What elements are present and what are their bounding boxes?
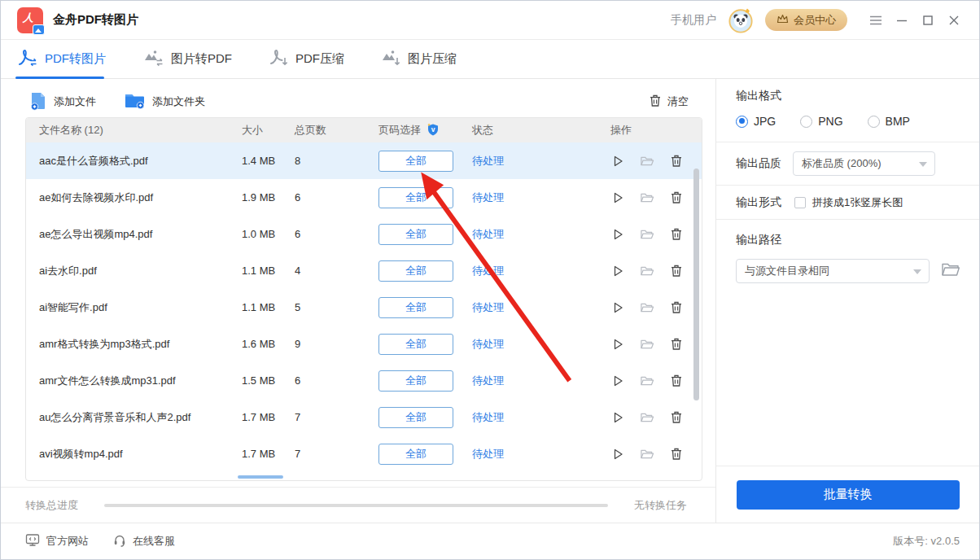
radio-icon [868, 116, 880, 128]
table-row[interactable]: amr文件怎么转换成mp31.pdf 1.5 MB 6 全部 待处理 [26, 362, 702, 399]
batch-convert-button[interactable]: 批量转换 [737, 480, 960, 510]
minimize-button[interactable] [891, 10, 912, 31]
quality-value: 标准品质 (200%) [802, 156, 882, 171]
tab-image-to-pdf[interactable]: 图片转PDF [143, 40, 232, 78]
app-window: 人 金舟PDF转图片 手机用户 会员中心 [0, 0, 980, 560]
horizontal-scrollbar[interactable] [238, 475, 283, 479]
page-select-button[interactable]: 全部 [378, 334, 453, 355]
open-folder-icon[interactable] [640, 190, 654, 205]
table-row[interactable]: avi视频转mp4.pdf 1.7 MB 7 全部 待处理 [26, 435, 702, 472]
play-icon[interactable] [610, 337, 625, 352]
file-pages: 6 [295, 191, 378, 203]
file-status: 待处理 [472, 410, 610, 425]
radio-jpg[interactable]: JPG [736, 115, 776, 128]
delete-icon[interactable] [669, 447, 684, 462]
tab-image-compress[interactable]: 图片压缩 [382, 40, 457, 78]
add-folder-button[interactable]: 添加文件夹 [124, 91, 205, 112]
quality-dropdown[interactable]: 标准品质 (200%) [793, 151, 935, 176]
open-folder-icon[interactable] [640, 264, 654, 278]
open-folder-icon[interactable] [640, 447, 654, 462]
open-folder-icon[interactable] [640, 410, 654, 425]
tab-pdf-to-image[interactable]: PDF转图片 [17, 40, 106, 78]
table-row[interactable]: ai去水印.pdf 1.1 MB 4 全部 待处理 [26, 252, 702, 289]
progress-status: 无转换任务 [634, 498, 687, 513]
official-website-link[interactable]: 官方网站 [25, 533, 89, 549]
clear-list-button[interactable]: 清空 [649, 94, 689, 110]
title-bar: 人 金舟PDF转图片 手机用户 会员中心 [1, 1, 979, 40]
table-header: 文件名称 (12) 大小 总页数 页码选择 v 状态 操作 [26, 118, 702, 142]
user-label: 手机用户 [671, 13, 716, 28]
page-select-button[interactable]: 全部 [378, 407, 453, 428]
file-name: ai去水印.pdf [39, 264, 242, 278]
file-size: 1.0 MB [242, 228, 295, 240]
page-select-button[interactable]: 全部 [378, 370, 453, 392]
browse-folder-button[interactable] [941, 262, 960, 281]
format-radio-group: JPG PNG BMP [736, 115, 960, 128]
header-page-select: 页码选择 v [378, 122, 472, 139]
file-name: au怎么分离背景音乐和人声2.pdf [39, 410, 242, 425]
delete-icon[interactable] [669, 300, 684, 315]
table-body: aac是什么音频格式.pdf 1.4 MB 8 全部 待处理 ae如何去除视频水… [26, 142, 702, 480]
pdf-convert-icon [17, 48, 38, 70]
table-row[interactable]: ai智能写作.pdf 1.1 MB 5 全部 待处理 [26, 289, 702, 326]
table-row[interactable]: ae怎么导出视频mp4.pdf 1.0 MB 6 全部 待处理 [26, 216, 702, 252]
play-icon[interactable] [610, 447, 625, 462]
delete-icon[interactable] [669, 227, 684, 242]
tab-pdf-compress[interactable]: PDF压缩 [269, 40, 344, 78]
radio-bmp[interactable]: BMP [868, 115, 910, 128]
footer: 官方网站 在线客服 版本号: v2.0.5 [1, 523, 979, 559]
vip-shield-icon: v [426, 122, 440, 139]
play-icon[interactable] [610, 264, 625, 278]
menu-icon[interactable] [865, 10, 886, 31]
file-size: 1.4 MB [242, 155, 295, 167]
page-select-button[interactable]: 全部 [378, 297, 453, 318]
file-pages: 9 [295, 338, 378, 350]
page-select-button[interactable]: 全部 [378, 187, 453, 208]
play-icon[interactable] [610, 374, 625, 388]
add-folder-label: 添加文件夹 [152, 94, 205, 109]
delete-icon[interactable] [669, 154, 684, 168]
page-select-button[interactable]: 全部 [378, 224, 453, 245]
table-row[interactable]: au怎么分离背景音乐和人声2.pdf 1.7 MB 7 全部 待处理 [26, 399, 702, 435]
close-button[interactable] [943, 10, 965, 31]
delete-icon[interactable] [669, 264, 684, 278]
open-folder-icon[interactable] [640, 374, 654, 388]
row-actions [610, 410, 702, 425]
delete-icon[interactable] [669, 410, 684, 425]
page-select-button[interactable]: 全部 [378, 260, 453, 282]
open-folder-icon[interactable] [640, 337, 654, 352]
page-select-button[interactable]: 全部 [378, 151, 453, 172]
member-center-button[interactable]: 会员中心 [765, 9, 847, 31]
user-avatar[interactable] [728, 7, 754, 33]
headset-icon [113, 534, 126, 549]
table-row[interactable]: aac是什么音频格式.pdf 1.4 MB 8 全部 待处理 [26, 142, 702, 179]
merge-long-image-checkbox[interactable]: 拼接成1张竖屏长图 [794, 195, 903, 210]
vertical-scrollbar[interactable] [693, 168, 699, 400]
add-file-label: 添加文件 [54, 94, 96, 109]
table-row[interactable]: amr格式转换为mp3格式.pdf 1.6 MB 9 全部 待处理 [26, 326, 702, 362]
radio-png[interactable]: PNG [800, 115, 842, 128]
play-icon[interactable] [610, 154, 625, 168]
open-folder-icon[interactable] [640, 227, 654, 242]
open-folder-icon[interactable] [640, 154, 654, 168]
file-pages: 7 [295, 411, 378, 423]
play-icon[interactable] [610, 410, 625, 425]
file-status: 待处理 [472, 300, 610, 315]
play-icon[interactable] [610, 227, 625, 242]
radio-icon [736, 116, 748, 128]
play-icon[interactable] [610, 300, 625, 315]
page-select-button[interactable]: 全部 [378, 444, 453, 465]
file-table: 文件名称 (12) 大小 总页数 页码选择 v 状态 操作 aac是什么音频格式… [25, 117, 702, 481]
trash-icon [649, 94, 662, 110]
play-icon[interactable] [610, 190, 625, 205]
online-support-link[interactable]: 在线客服 [113, 534, 175, 549]
open-folder-icon[interactable] [640, 300, 654, 315]
maximize-button[interactable] [917, 10, 938, 31]
delete-icon[interactable] [669, 190, 684, 205]
delete-icon[interactable] [669, 337, 684, 352]
path-dropdown[interactable]: 与源文件目录相同 [736, 259, 930, 283]
table-row[interactable]: ae如何去除视频水印.pdf 1.9 MB 6 全部 待处理 [26, 179, 702, 216]
add-file-button[interactable]: 添加文件 [29, 91, 96, 113]
delete-icon[interactable] [669, 374, 684, 388]
file-size: 1.9 MB [242, 191, 295, 203]
